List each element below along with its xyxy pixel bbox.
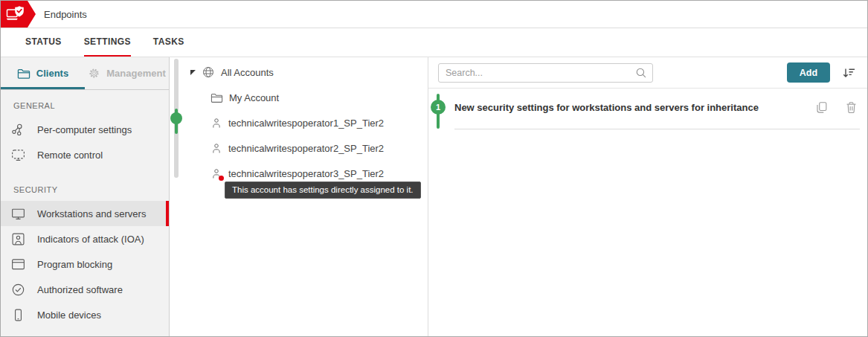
remote-control-icon — [10, 147, 26, 163]
account-tree: All Accounts My Account — [170, 57, 428, 186]
settings-sidebar: Clients Management GENERAL — [1, 57, 170, 336]
sidebar-item-label: Indicators of attack (IOA) — [37, 234, 144, 245]
tree-node-all-accounts[interactable]: All Accounts — [190, 60, 428, 85]
sidebar-section-security: SECURITY Workstations and servers — [1, 167, 169, 327]
search-input[interactable] — [438, 63, 653, 83]
section-title: SECURITY — [1, 167, 169, 201]
sidebar-item-authorized-software[interactable]: Authorized software — [1, 277, 169, 302]
add-button[interactable]: Add — [787, 62, 830, 83]
sidebar-item-program-blocking[interactable]: Program blocking — [1, 251, 169, 277]
sidebar-item-label: Authorized software — [37, 284, 123, 295]
folder-icon — [17, 68, 30, 80]
gear-icon — [88, 67, 100, 80]
callout-1-badge: 1 — [431, 100, 446, 115]
sidebar-tab-bar: Clients Management — [1, 57, 169, 90]
tree-expanded-caret-icon[interactable] — [190, 70, 196, 75]
tree-node-label: All Accounts — [221, 67, 274, 78]
tree-node-label: technicalwritespoperator3_SP_Tier2 — [228, 168, 384, 179]
settings-list-panel: Add 1 New security settings for workstat… — [428, 57, 867, 336]
sidebar-tab-clients[interactable]: Clients — [1, 57, 85, 89]
workstation-monitor-icon — [10, 206, 26, 222]
sidebar-tab-label: Management — [106, 68, 165, 79]
sidebar-item-label: Remote control — [37, 150, 103, 161]
tree-node-operator1[interactable]: technicalwritespoperator1_SP_Tier2 — [210, 110, 428, 135]
tree-node-my-account[interactable]: My Account — [210, 85, 428, 110]
folder-icon — [210, 92, 223, 103]
tree-node-label: technicalwritespoperator2_SP_Tier2 — [228, 143, 384, 154]
tree-node-operator2[interactable]: technicalwritespoperator2_SP_Tier2 — [210, 135, 428, 161]
settings-assigned-red-dot — [219, 176, 224, 181]
authorized-software-icon — [10, 282, 26, 298]
mobile-devices-icon — [10, 307, 26, 323]
sort-descending-icon[interactable] — [841, 65, 856, 80]
indicators-of-attack-icon — [10, 231, 26, 247]
sidebar-item-label: Mobile devices — [37, 309, 101, 321]
tab-settings[interactable]: SETTINGS — [84, 28, 131, 57]
trash-icon[interactable] — [844, 100, 858, 115]
tree-node-label: technicalwritespoperator1_SP_Tier2 — [228, 118, 384, 129]
section-title: GENERAL — [1, 90, 169, 117]
tab-tasks[interactable]: TASKS — [153, 28, 184, 57]
content-area: Clients Management GENERAL — [1, 57, 867, 336]
tab-status[interactable]: STATUS — [25, 28, 62, 57]
user-icon-with-settings-badge — [210, 167, 222, 180]
main-tab-bar: STATUS SETTINGS TASKS — [1, 28, 867, 57]
per-computer-settings-icon — [10, 122, 26, 138]
copy-icon[interactable] — [814, 100, 829, 115]
program-blocking-icon — [10, 257, 26, 272]
splitter-handle-knob[interactable] — [170, 112, 182, 124]
settings-list-item[interactable]: New security settings for workstations a… — [454, 89, 860, 129]
sidebar-item-workstations-and-servers[interactable]: Workstations and servers — [1, 201, 169, 226]
sidebar-item-label: Program blocking — [37, 259, 112, 270]
sidebar-item-mobile-devices[interactable]: Mobile devices — [1, 302, 169, 327]
account-tree-panel: All Accounts My Account — [170, 57, 428, 336]
user-icon — [210, 117, 222, 129]
settings-assigned-tooltip: This account has settings directly assig… — [225, 182, 421, 199]
sidebar-item-remote-control[interactable]: Remote control — [1, 142, 169, 167]
app-window: Endpoints STATUS SETTINGS TASKS Clients — [0, 0, 868, 337]
tree-node-label: My Account — [229, 92, 279, 103]
search-box — [438, 63, 653, 83]
laptop-shield-icon — [6, 5, 25, 23]
settings-toolbar: Add — [428, 57, 867, 89]
sidebar-item-indicators-of-attack[interactable]: Indicators of attack (IOA) — [1, 226, 169, 251]
search-icon — [634, 66, 648, 80]
top-bar: Endpoints — [1, 1, 867, 28]
sidebar-tab-label: Clients — [36, 68, 68, 79]
settings-item-title: New security settings for workstations a… — [454, 102, 759, 113]
settings-item-actions — [814, 100, 858, 115]
sidebar-item-label: Workstations and servers — [37, 208, 146, 219]
user-icon — [210, 142, 222, 155]
sidebar-tab-management[interactable]: Management — [85, 57, 169, 89]
sidebar-item-per-computer-settings[interactable]: Per-computer settings — [1, 117, 169, 142]
watchguard-logo[interactable] — [1, 1, 36, 28]
globe-icon — [202, 65, 215, 79]
sidebar-section-general: GENERAL Per-computer settings — [1, 90, 169, 167]
page-title: Endpoints — [44, 9, 87, 20]
sidebar-item-label: Per-computer settings — [37, 124, 132, 135]
